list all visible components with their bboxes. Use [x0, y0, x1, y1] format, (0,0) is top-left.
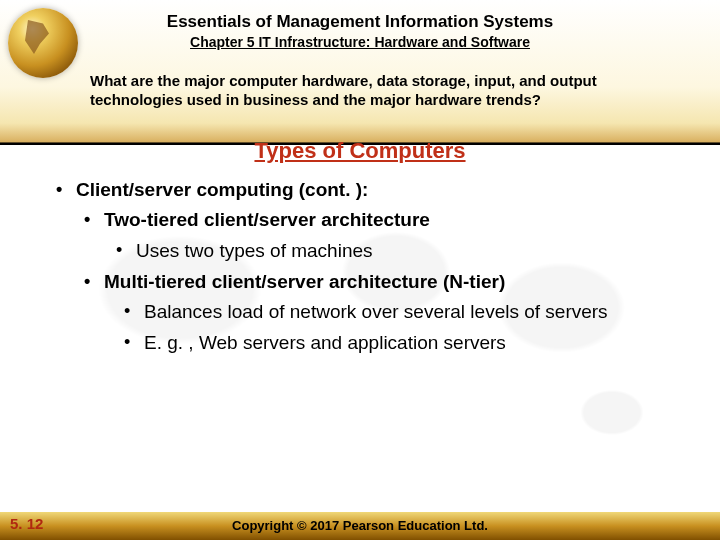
bullet-multi-sub2: E. g. , Web servers and application serv… — [120, 331, 680, 356]
bullet-multi-tier: Multi-tiered client/server architecture … — [80, 270, 680, 295]
footer-bar: Copyright © 2017 Pearson Education Ltd. — [0, 512, 720, 540]
chapter-line: Chapter 5 IT Infrastructure: Hardware an… — [20, 34, 700, 50]
globe-icon — [8, 8, 78, 78]
slide-number: 5. 12 — [10, 515, 43, 532]
bullet-two-tier: Two-tiered client/server architecture — [80, 208, 680, 233]
learning-question: What are the major computer hardware, da… — [90, 72, 680, 110]
book-title: Essentials of Management Information Sys… — [20, 12, 700, 32]
bullet-main: Client/server computing (cont. ): — [52, 178, 680, 203]
bullet-two-tier-sub: Uses two types of machines — [112, 239, 680, 264]
copyright-text: Copyright © 2017 Pearson Education Ltd. — [232, 518, 488, 533]
section-title: Types of Computers — [0, 138, 720, 164]
content-area: Client/server computing (cont. ): Two-ti… — [52, 178, 680, 356]
slide-header: Essentials of Management Information Sys… — [0, 0, 720, 116]
bullet-multi-sub1: Balances load of network over several le… — [120, 300, 680, 325]
